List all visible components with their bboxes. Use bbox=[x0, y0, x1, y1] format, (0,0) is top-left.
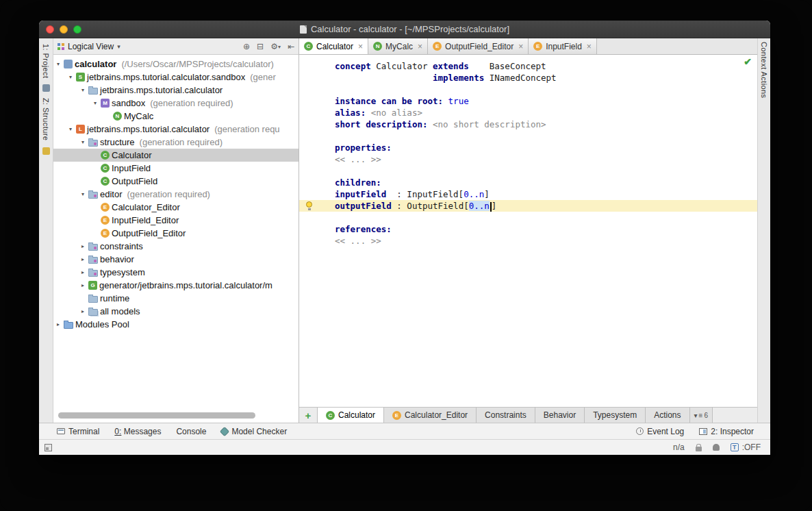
tree-row-all-models[interactable]: ▸all models bbox=[53, 305, 299, 318]
aspect-tab-calculator[interactable]: CCalculator bbox=[317, 408, 384, 423]
tree-row-outputfield[interactable]: COutputField bbox=[53, 175, 299, 188]
close-tab-icon[interactable]: × bbox=[518, 42, 523, 51]
settings-gear-icon[interactable]: ⚙▾ bbox=[270, 42, 281, 51]
view-selector[interactable]: Logical View ▾ bbox=[58, 42, 120, 51]
tree-expand-arrow[interactable]: ▾ bbox=[67, 126, 74, 132]
hector-icon[interactable] bbox=[713, 444, 720, 451]
minimize-window-button[interactable] bbox=[60, 25, 68, 34]
typesystem-toggle[interactable]: T :OFF bbox=[731, 443, 761, 452]
close-tab-icon[interactable]: × bbox=[358, 42, 363, 51]
hide-panel-icon[interactable]: ⇤ bbox=[288, 42, 294, 51]
event-log-label: Event Log bbox=[647, 427, 684, 436]
code-line[interactable]: instance can be root: true bbox=[299, 95, 757, 107]
tree-expand-arrow[interactable]: ▾ bbox=[92, 100, 99, 106]
tree-row-runtime[interactable]: runtime bbox=[53, 292, 299, 305]
structure-tool-icon[interactable] bbox=[42, 84, 50, 92]
code-line[interactable] bbox=[299, 212, 757, 223]
code-line[interactable]: << ... >> bbox=[299, 235, 757, 247]
add-concept-button[interactable]: + bbox=[299, 408, 317, 423]
tree-expand-arrow[interactable]: ▾ bbox=[79, 191, 86, 197]
no-errors-icon[interactable]: ✔ bbox=[744, 56, 752, 67]
tree-expand-arrow[interactable]: ▸ bbox=[79, 269, 86, 275]
code-line[interactable]: references: bbox=[299, 223, 757, 235]
aspect-tab-calculator-editor[interactable]: ECalculator_Editor bbox=[384, 408, 477, 423]
favorites-tool-icon[interactable] bbox=[42, 147, 50, 155]
tree-expand-arrow[interactable]: ▸ bbox=[79, 282, 86, 288]
console-button[interactable]: Console bbox=[176, 427, 206, 436]
tree-expand-arrow[interactable]: ▾ bbox=[79, 87, 86, 93]
code-token: << ... >> bbox=[335, 236, 381, 246]
tree-row-inputfield-editor[interactable]: EInputField_Editor bbox=[53, 214, 299, 227]
tree-row-jetbrains-mps-tutorial-calculator[interactable]: ▾jetbrains.mps.tutorial.calculator bbox=[53, 84, 299, 97]
aspect-tab-behavior[interactable]: Behavior bbox=[535, 408, 585, 423]
editor-tab-calculator[interactable]: CCalculator× bbox=[299, 38, 368, 54]
close-window-button[interactable] bbox=[46, 25, 54, 34]
tree-row-inputfield[interactable]: CInputField bbox=[53, 162, 299, 175]
tree-row-jetbrains-mps-tutorial-calculator-sandbox[interactable]: ▾Sjetbrains.mps.tutorial.calculator.sand… bbox=[53, 71, 299, 84]
code-line[interactable]: children: bbox=[299, 177, 757, 188]
editor-tab-inputfield[interactable]: EInputField× bbox=[529, 38, 597, 54]
messages-button[interactable]: 0: Messages bbox=[114, 427, 161, 436]
terminal-button[interactable]: Terminal bbox=[57, 427, 99, 436]
aspect-tab-typesystem[interactable]: Typesystem bbox=[585, 408, 646, 423]
model-checker-button[interactable]: Model Checker bbox=[221, 427, 287, 436]
tool-button-context-actions[interactable]: Context Actions bbox=[760, 42, 768, 98]
tree-expand-arrow[interactable]: ▾ bbox=[55, 61, 62, 67]
tree-row-behavior[interactable]: ▸behavior bbox=[53, 253, 299, 266]
intention-bulb-icon[interactable] bbox=[306, 201, 312, 208]
tree-row-calculator[interactable]: ▾calculator(/Users/Oscar/MPSProjects/cal… bbox=[53, 58, 299, 71]
tree-row-constraints[interactable]: ▸constraints bbox=[53, 240, 299, 253]
tree-expand-arrow[interactable]: ▾ bbox=[67, 74, 74, 80]
tree-row-editor[interactable]: ▾editor(generation required) bbox=[53, 188, 299, 201]
editor-tab-mycalc[interactable]: NMyCalc× bbox=[368, 38, 428, 54]
tree-row-mycalc[interactable]: NMyCalc bbox=[53, 110, 299, 123]
tree-row-generator-jetbrains-mps-tutorial-calculator-m[interactable]: ▸Ggenerator/jetbrains.mps.tutorial.calcu… bbox=[53, 279, 299, 292]
aspect-tab-actions[interactable]: Actions bbox=[646, 408, 689, 423]
horizontal-scrollbar[interactable] bbox=[58, 412, 255, 419]
caret-position-widget[interactable]: n/a bbox=[673, 443, 685, 452]
code-line[interactable]: alias: <no alias> bbox=[299, 107, 757, 119]
zoom-window-button[interactable] bbox=[73, 25, 81, 34]
tree-row-typesystem[interactable]: ▸typesystem bbox=[53, 266, 299, 279]
tree-row-outputfield-editor[interactable]: EOutputField_Editor bbox=[53, 227, 299, 240]
code-line[interactable]: << ... >> bbox=[299, 153, 757, 165]
close-tab-icon[interactable]: × bbox=[418, 42, 422, 51]
inspector-button[interactable]: 2: Inspector bbox=[699, 427, 754, 436]
tree-row-jetbrains-mps-tutorial-calculator[interactable]: ▾Ljetbrains.mps.tutorial.calculator(gene… bbox=[53, 123, 299, 136]
tool-button-project[interactable]: 1: Project bbox=[42, 44, 50, 78]
close-tab-icon[interactable]: × bbox=[587, 42, 592, 51]
code-line[interactable]: short description: <no short description… bbox=[299, 119, 757, 130]
tree-row-calculator[interactable]: CCalculator bbox=[53, 149, 299, 162]
code-line[interactable]: inputField : InputField[0..n] bbox=[299, 188, 757, 200]
tree-row-modules-pool[interactable]: ▸Modules Pool bbox=[53, 318, 299, 331]
tree-expand-arrow[interactable]: ▸ bbox=[55, 321, 62, 327]
tree-expand-arrow[interactable]: ▸ bbox=[79, 308, 86, 314]
tree-row-sandbox[interactable]: ▾Msandbox(generation required) bbox=[53, 97, 299, 110]
hidden-tabs-button[interactable]: ▾≡6 bbox=[690, 408, 713, 423]
tree-row-structure[interactable]: ▾structure(generation required) bbox=[53, 136, 299, 149]
lock-icon[interactable] bbox=[696, 447, 702, 451]
scroll-to-node-icon[interactable]: ⊕ bbox=[243, 42, 250, 51]
code-line[interactable]: properties: bbox=[299, 142, 757, 153]
tree-label: OutputField_Editor bbox=[112, 228, 186, 238]
code-line-highlighted[interactable]: outputField : OutputField[0..n] bbox=[299, 200, 757, 212]
code-line[interactable]: implements INamedConcept bbox=[299, 72, 757, 84]
toolwindow-grip-icon[interactable] bbox=[45, 444, 52, 451]
titlebar[interactable]: Calculator - calculator - [~/MPSProjects… bbox=[39, 21, 770, 38]
aspect-tab-constraints[interactable]: Constraints bbox=[477, 408, 535, 423]
editor-pane[interactable]: concept Calculator extends BaseConcept i… bbox=[299, 55, 757, 407]
tree-expand-arrow[interactable]: ▸ bbox=[79, 256, 86, 262]
tool-button-structure[interactable]: Z: Structure bbox=[42, 98, 50, 140]
tree-expand-arrow[interactable]: ▸ bbox=[79, 243, 86, 249]
collapse-all-icon[interactable]: ⊟ bbox=[257, 42, 264, 51]
code-area[interactable]: concept Calculator extends BaseConcept i… bbox=[299, 55, 757, 247]
event-log-button[interactable]: Event Log bbox=[636, 427, 684, 436]
code-line[interactable] bbox=[299, 130, 757, 142]
code-line[interactable] bbox=[299, 165, 757, 177]
tree-expand-arrow[interactable]: ▾ bbox=[79, 139, 86, 145]
code-line[interactable]: concept Calculator extends BaseConcept bbox=[299, 60, 757, 72]
tree-row-calculator-editor[interactable]: ECalculator_Editor bbox=[53, 201, 299, 214]
code-line[interactable] bbox=[299, 84, 757, 95]
model-checker-label: Model Checker bbox=[231, 427, 287, 436]
editor-tab-outputfield-editor[interactable]: EOutputField_Editor× bbox=[428, 38, 529, 54]
